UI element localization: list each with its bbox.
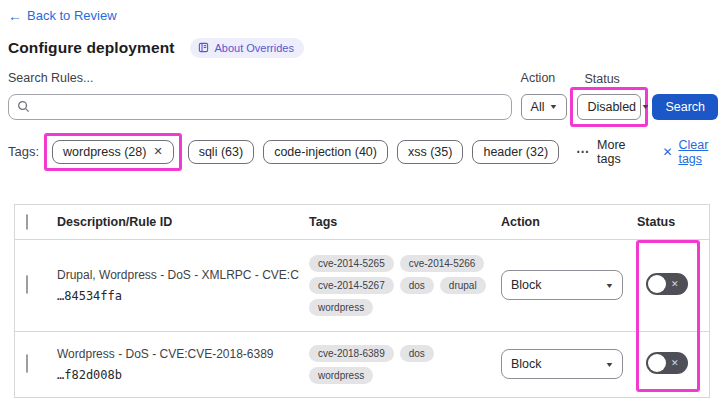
row-checkbox[interactable] [26,275,28,294]
selected-tag-highlight: wordpress (28) ✕ [44,133,182,171]
action-filter-dropdown[interactable]: All ▼ [521,94,568,120]
rule-tag: wordpress [309,367,373,384]
status-filter-value: Disabled [587,100,636,114]
back-arrow-icon: ← [8,9,22,23]
rule-tags-cell: cve-2018-6389 dos wordpress [309,345,501,384]
status-filter-label: Status [584,72,641,86]
status-filter-group: Status Disabled ▼ [577,72,641,120]
rule-description-cell: Wordpress - DoS - CVE:CVE-2018-6389 …f82… [57,347,309,382]
action-value: Block [511,357,542,371]
rule-tag: cve-2018-6389 [309,345,394,362]
page-title: Configure deployment [8,39,174,57]
rule-tag: drupal [440,277,486,294]
status-filter-highlight: Disabled ▼ [570,87,648,127]
chevron-down-icon: ▼ [641,103,650,110]
toggle-x-icon: ✕ [671,279,679,289]
toggle-x-icon: ✕ [671,358,679,368]
tag-chip-sqli[interactable]: sqli (63) [188,140,254,164]
ellipsis-icon: ⋯ [576,144,590,159]
col-header-action: Action [501,215,637,229]
tag-chip-wordpress[interactable]: wordpress (28) ✕ [52,140,174,164]
tag-chip-label: sqli (63) [199,145,243,159]
filter-row: Search Rules... Action All ▼ Status Disa… [8,71,718,120]
toggle-knob [648,354,666,372]
search-button[interactable]: Search [652,94,718,120]
book-icon [198,42,209,53]
status-toggle-off[interactable]: ✕ [646,352,688,374]
tag-chip-label: wordpress (28) [63,145,146,159]
table-row: Drupal, Wordpress - DoS - XMLRPC - CVE:C… [15,239,709,331]
back-to-review-link[interactable]: ← Back to Review [8,8,117,23]
action-filter-group: Action All ▼ [521,71,568,120]
tag-chip-label: code-injection (40) [274,145,377,159]
about-overrides-label: About Overrides [214,42,293,54]
more-tags-label: More tags [597,138,634,166]
table-row: Wordpress - DoS - CVE:CVE-2018-6389 …f82… [15,331,709,397]
chevron-down-icon: ▼ [605,282,614,289]
rule-tag: wordpress [309,299,373,316]
search-rules-group: Search Rules... [8,71,512,120]
tag-chip-code-injection[interactable]: code-injection (40) [263,140,388,164]
rule-tag: cve-2014-5267 [309,277,394,294]
action-dropdown[interactable]: Block ▼ [501,270,623,300]
rule-status-cell: ✕ [637,273,711,297]
rules-table-wrap: Description/Rule ID Tags Action Status D… [14,204,710,398]
clear-tags-link[interactable]: ✕ Clear tags [662,138,718,166]
clear-icon: ✕ [662,145,672,159]
configure-deployment-page: ← Back to Review Configure deployment Ab… [0,0,725,398]
rule-action-cell: Block ▼ [501,270,637,300]
search-icon [17,100,30,113]
rule-tag: dos [400,345,434,362]
table-header-row: Description/Rule ID Tags Action Status [15,205,709,239]
tag-chip-label: xss (35) [408,145,452,159]
col-header-tags: Tags [309,215,501,229]
col-header-status: Status [637,215,711,229]
status-filter-dropdown[interactable]: Disabled ▼ [577,94,641,120]
heading-row: Configure deployment About Overrides [8,38,718,58]
search-rules-input[interactable] [8,94,512,120]
rule-status-cell: ✕ [637,352,711,376]
tags-label: Tags: [8,144,39,159]
select-all-checkbox[interactable] [26,214,28,230]
tag-chip-label: header (32) [483,145,548,159]
rules-table: Description/Rule ID Tags Action Status D… [14,204,710,398]
chevron-down-icon: ▼ [605,361,614,368]
action-value: Block [511,278,542,292]
rule-tag: dos [400,277,434,294]
rule-id: …84534ffa [57,289,299,303]
rule-tag: cve-2014-5266 [400,255,485,272]
action-dropdown[interactable]: Block ▼ [501,349,623,379]
back-link-label: Back to Review [27,8,117,23]
col-header-description: Description/Rule ID [57,215,309,229]
tags-filter-bar: Tags: wordpress (28) ✕ sqli (63) code-in… [8,133,718,171]
tag-chip-xss[interactable]: xss (35) [397,140,463,164]
row-checkbox[interactable] [26,354,28,373]
toggle-knob [648,275,666,293]
search-rules-label: Search Rules... [8,71,512,85]
chevron-down-icon: ▼ [549,103,558,110]
action-filter-label: Action [521,71,568,85]
status-toggle-off[interactable]: ✕ [646,273,688,295]
action-filter-value: All [531,100,545,114]
rule-id: …f82d008b [57,368,299,382]
more-tags-button[interactable]: ⋯ More tags [576,138,634,166]
rule-description: Wordpress - DoS - CVE:CVE-2018-6389 [57,347,299,361]
remove-tag-icon[interactable]: ✕ [153,145,162,158]
clear-tags-label: Clear tags [678,138,718,166]
rule-action-cell: Block ▼ [501,349,637,379]
rule-description-cell: Drupal, Wordpress - DoS - XMLRPC - CVE:C… [57,268,309,303]
rule-description: Drupal, Wordpress - DoS - XMLRPC - CVE:C… [57,268,299,282]
tag-chip-header[interactable]: header (32) [472,140,559,164]
rule-tags-cell: cve-2014-5265 cve-2014-5266 cve-2014-526… [309,255,501,316]
about-overrides-badge[interactable]: About Overrides [190,38,303,58]
search-input-wrap [8,94,512,120]
rule-tag: cve-2014-5265 [309,255,394,272]
